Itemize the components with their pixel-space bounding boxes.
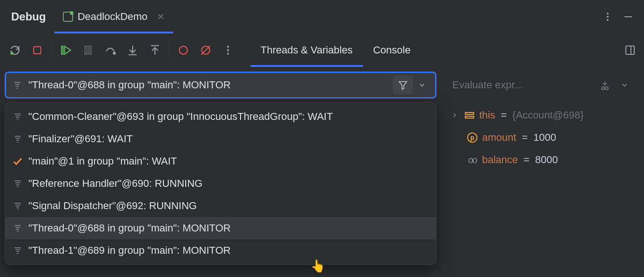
thread-label: "Common-Cleaner"@693 in group "Innocuous… xyxy=(28,111,333,123)
thread-list-item[interactable]: "main"@1 in group "main": WAIT xyxy=(5,150,436,172)
svg-rect-6 xyxy=(61,46,63,54)
variable-value: {Account@698} xyxy=(512,109,584,121)
svg-point-20 xyxy=(227,53,229,54)
more-actions-icon[interactable] xyxy=(217,39,239,61)
svg-point-4 xyxy=(10,52,13,55)
variable-value: 8000 xyxy=(535,154,558,166)
thread-list-item[interactable]: "Signal Dispatcher"@692: RUNNING xyxy=(5,195,436,217)
svg-point-19 xyxy=(227,49,229,51)
thread-label: "Thread-0"@688 in group "main": MONITOR xyxy=(28,222,231,234)
svg-point-18 xyxy=(227,46,229,47)
filter-icon[interactable] xyxy=(393,75,413,95)
svg-rect-8 xyxy=(85,46,87,54)
variable-balance[interactable]: oo balance = 8000 xyxy=(449,149,634,171)
thread-list-item[interactable]: "Common-Cleaner"@693 in group "Innocuous… xyxy=(5,106,436,128)
add-watch-icon[interactable] xyxy=(595,75,615,95)
svg-marker-27 xyxy=(399,82,407,90)
svg-rect-21 xyxy=(626,46,634,54)
step-over-button[interactable] xyxy=(99,39,121,61)
thread-label: "Signal Dispatcher"@692: RUNNING xyxy=(28,200,197,212)
pause-button[interactable] xyxy=(77,39,99,61)
param-icon: p xyxy=(466,132,478,143)
debug-subtabs: Threads & Variables Console xyxy=(250,33,421,67)
svg-marker-7 xyxy=(65,46,71,54)
thread-icon xyxy=(12,134,24,144)
step-into-button[interactable] xyxy=(121,39,144,61)
variable-amount[interactable]: p amount = 1000 xyxy=(449,126,634,149)
layout-settings-icon[interactable] xyxy=(620,40,640,60)
thread-label: "Thread-1"@689 in group "main": MONITOR xyxy=(28,244,231,257)
run-config-label: DeadlockDemo xyxy=(78,11,148,23)
equals-sign: = xyxy=(520,132,530,144)
rerun-button[interactable] xyxy=(4,39,26,61)
thread-label: "Reference Handler"@690: RUNNING xyxy=(28,178,202,190)
evaluate-expression-field[interactable]: Evaluate expr... xyxy=(446,72,637,99)
thread-list-item[interactable]: "Thread-0"@688 in group "main": MONITOR xyxy=(5,217,436,239)
svg-point-0 xyxy=(607,13,609,14)
object-icon xyxy=(463,110,476,121)
separator xyxy=(169,42,169,59)
minimize-icon[interactable] xyxy=(618,7,638,27)
thread-icon xyxy=(12,201,24,211)
svg-rect-57 xyxy=(465,116,474,118)
equals-sign: = xyxy=(522,154,531,166)
thread-selector-label: "Thread-0"@688 in group "main": MONITOR xyxy=(28,79,393,91)
thread-dropdown: "Common-Cleaner"@693 in group "Innocuous… xyxy=(5,102,436,265)
thread-icon xyxy=(12,112,24,121)
watch-icon: oo xyxy=(466,155,478,165)
thread-list-item[interactable]: "Reference Handler"@690: RUNNING xyxy=(5,172,436,195)
tab-console[interactable]: Console xyxy=(363,33,421,67)
thread-selector[interactable]: "Thread-0"@688 in group "main": MONITOR xyxy=(5,72,436,99)
stop-button[interactable] xyxy=(26,39,48,61)
run-config-icon xyxy=(63,12,73,22)
svg-point-1 xyxy=(607,16,609,18)
chevron-down-icon[interactable] xyxy=(615,81,634,89)
close-icon[interactable]: ✕ xyxy=(152,11,165,22)
variable-name: balance xyxy=(482,154,518,166)
thread-icon xyxy=(12,179,24,188)
title-bar: Debug DeadlockDemo ✕ xyxy=(0,0,644,33)
run-config-tab[interactable]: DeadlockDemo ✕ xyxy=(54,0,173,33)
thread-icon xyxy=(13,80,24,90)
equals-sign: = xyxy=(499,109,509,121)
thread-list-item[interactable]: "Finalizer"@691: WAIT xyxy=(5,128,436,150)
svg-point-55 xyxy=(605,87,608,90)
thread-icon xyxy=(12,224,24,233)
svg-rect-5 xyxy=(34,46,40,53)
svg-point-2 xyxy=(607,19,609,21)
variable-value: 1000 xyxy=(533,132,556,144)
svg-point-10 xyxy=(114,52,115,54)
tab-threads-variables[interactable]: Threads & Variables xyxy=(250,33,363,67)
chevron-down-icon[interactable] xyxy=(413,81,431,89)
debug-toolbar: Threads & Variables Console xyxy=(0,33,644,67)
svg-rect-9 xyxy=(89,46,91,54)
tool-window-title: Debug xyxy=(6,10,54,23)
view-breakpoints-button[interactable] xyxy=(172,39,195,61)
step-out-button[interactable] xyxy=(144,39,166,61)
thread-list-item[interactable]: "Thread-1"@689 in group "main": MONITOR xyxy=(5,239,436,262)
variables-tree: this = {Account@698} p amount = 1000 oo … xyxy=(446,99,637,177)
more-icon[interactable] xyxy=(597,7,618,27)
variable-name: this xyxy=(479,109,495,121)
evaluate-placeholder: Evaluate expr... xyxy=(452,79,595,91)
variable-this[interactable]: this = {Account@698} xyxy=(449,104,634,126)
svg-point-15 xyxy=(179,46,187,54)
thread-label: "main"@1 in group "main": WAIT xyxy=(28,155,177,167)
svg-rect-56 xyxy=(465,112,474,114)
check-icon xyxy=(12,156,24,167)
thread-label: "Finalizer"@691: WAIT xyxy=(28,133,133,145)
mute-breakpoints-button[interactable] xyxy=(195,39,217,61)
resume-button[interactable] xyxy=(54,39,77,61)
expand-arrow-icon[interactable] xyxy=(449,112,460,119)
separator xyxy=(51,42,52,59)
variable-name: amount xyxy=(482,132,516,144)
svg-point-54 xyxy=(602,87,604,90)
thread-icon xyxy=(12,246,24,255)
